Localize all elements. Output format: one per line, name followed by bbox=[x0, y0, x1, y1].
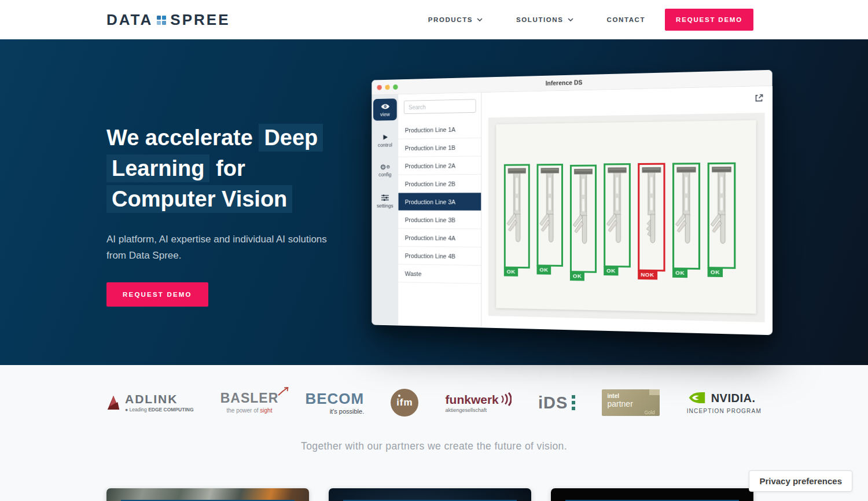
becom-tagline: it's possible. bbox=[330, 408, 365, 415]
intel-wordmark: intel bbox=[607, 393, 654, 399]
partner-logo-adlink: ADLINK ● Leading EDGE COMPUTING bbox=[106, 393, 194, 412]
nav-solutions-label: SOLUTIONS bbox=[516, 16, 564, 23]
nav-solutions[interactable]: SOLUTIONS bbox=[516, 16, 573, 23]
intel-gold-text: Gold bbox=[607, 410, 654, 415]
list-item[interactable]: Production Line 1B bbox=[399, 138, 481, 157]
status-badge: NOK bbox=[638, 270, 657, 280]
detection-bounding-box: OK bbox=[672, 163, 700, 270]
sliders-icon bbox=[381, 194, 389, 202]
adlink-tagline: ● Leading EDGE COMPUTING bbox=[125, 407, 194, 412]
ids-dots-icon bbox=[572, 395, 575, 410]
basler-wordmark: BASLER bbox=[220, 392, 279, 405]
adlink-wordmark: ADLINK bbox=[125, 393, 194, 405]
metal-part-image bbox=[572, 167, 595, 271]
list-item[interactable]: Production Line 1A bbox=[399, 120, 481, 139]
parts-photo: OK bbox=[496, 120, 756, 314]
privacy-preferences-button[interactable]: Privacy preferences bbox=[749, 470, 852, 492]
list-item[interactable]: Waste bbox=[399, 264, 481, 283]
card-image bbox=[551, 488, 753, 501]
rail-label: control bbox=[378, 142, 392, 148]
window-controls bbox=[377, 84, 398, 90]
search-input[interactable] bbox=[404, 99, 476, 114]
rail-item-settings[interactable]: settings bbox=[373, 190, 397, 212]
list-item[interactable]: Production Line 4A bbox=[399, 229, 481, 247]
eye-icon bbox=[380, 103, 389, 110]
rail-label: settings bbox=[377, 203, 393, 209]
adlink-tagline-bold: EDGE COMPUTING bbox=[148, 407, 193, 412]
chevron-down-icon bbox=[477, 18, 483, 21]
cards-section bbox=[0, 488, 868, 501]
production-line-nav: Production Line 1AProduction Line 1BProd… bbox=[399, 93, 482, 327]
status-badge: OK bbox=[604, 266, 619, 276]
detection-bounding-box: OK bbox=[604, 163, 631, 267]
basler-tagline: the power of sight bbox=[227, 407, 273, 414]
status-badge: OK bbox=[537, 265, 551, 274]
list-item[interactable]: Production Line 2A bbox=[399, 156, 481, 175]
rail-item-control[interactable]: control bbox=[373, 129, 397, 151]
basler-arrow-icon bbox=[277, 387, 289, 396]
title-segment: We accelerate bbox=[106, 126, 259, 150]
partner-logo-basler: BASLER the power of sight bbox=[220, 392, 279, 414]
list-item[interactable]: Production Line 3B bbox=[399, 211, 481, 229]
metal-part-image bbox=[538, 165, 561, 265]
list-item[interactable]: Production Line 2B bbox=[399, 175, 481, 193]
card-image bbox=[106, 488, 309, 501]
nav-contact[interactable]: CONTACT bbox=[607, 16, 646, 23]
gears-icon: ⚙⚙ bbox=[380, 164, 390, 170]
nav-contact-label: CONTACT bbox=[607, 16, 646, 23]
nav-products-label: PRODUCTS bbox=[428, 16, 473, 23]
basler-text: BASLER bbox=[220, 391, 279, 406]
inspection-panel: OK bbox=[488, 113, 765, 322]
status-badge: OK bbox=[672, 268, 687, 278]
rail-item-config[interactable]: ⚙⚙ config bbox=[373, 160, 397, 181]
inference-ds-window: Inference DS view control ⚙⚙ config bbox=[372, 70, 772, 336]
detection-bounding-box: OK bbox=[570, 165, 597, 273]
minimize-button[interactable] bbox=[385, 84, 389, 90]
list-item[interactable]: Production Line 4B bbox=[399, 246, 481, 266]
partner-logo-intel: intel partner Gold bbox=[602, 389, 660, 416]
adlink-tagline-prefix: Leading bbox=[130, 407, 149, 412]
main-nav: PRODUCTS SOLUTIONS CONTACT REQUEST DEMO bbox=[428, 9, 753, 31]
becom-wordmark: BECOM bbox=[305, 391, 364, 406]
ifm-wordmark: ifm bbox=[396, 397, 413, 408]
rail-label: config bbox=[378, 172, 391, 178]
adlink-triangle-icon bbox=[106, 395, 120, 411]
status-badge: OK bbox=[708, 267, 723, 277]
partner-logo-ids: iDS bbox=[538, 395, 575, 410]
request-demo-button-header[interactable]: REQUEST DEMO bbox=[665, 9, 753, 31]
basler-tagline-accent: sight bbox=[260, 407, 272, 414]
rail-item-view[interactable]: view bbox=[373, 98, 397, 120]
basler-tagline-prefix: the power of bbox=[227, 407, 260, 414]
window-title: Inference DS bbox=[546, 79, 583, 87]
request-demo-button-hero[interactable]: REQUEST DEMO bbox=[106, 282, 208, 307]
nvidia-eye-icon bbox=[687, 391, 707, 404]
ids-wordmark: iDS bbox=[538, 395, 568, 410]
logo-word-spree: SPREE bbox=[170, 11, 230, 29]
status-badge: OK bbox=[504, 267, 518, 277]
funkwerk-wordmark: funkwerk bbox=[446, 393, 499, 406]
metal-part-image bbox=[709, 164, 734, 267]
nav-products[interactable]: PRODUCTS bbox=[428, 16, 483, 23]
close-button[interactable] bbox=[377, 85, 382, 90]
card-industrial[interactable] bbox=[106, 488, 309, 501]
metal-part-image bbox=[605, 165, 629, 266]
card-camera[interactable] bbox=[551, 488, 753, 501]
partner-logo-row: ADLINK ● Leading EDGE COMPUTING BASLER t… bbox=[106, 385, 762, 421]
rail-label: view bbox=[380, 112, 390, 117]
data-spree-logo[interactable]: DATA SPREE bbox=[106, 11, 230, 29]
partner-logo-nvidia: NVIDIA. INCEPTION PROGRAM bbox=[687, 391, 762, 414]
card-factory[interactable] bbox=[329, 488, 531, 501]
status-badge: OK bbox=[570, 271, 584, 281]
card-image bbox=[329, 488, 531, 501]
app-icon-rail: view control ⚙⚙ config settings bbox=[372, 94, 398, 325]
partners-caption: Together with our partners we create the… bbox=[106, 440, 762, 452]
list-item[interactable]: Production Line 3A bbox=[399, 193, 481, 211]
funkwerk-waves-icon bbox=[500, 392, 512, 406]
funkwerk-tagline: aktiengesellschaft bbox=[446, 407, 512, 413]
metal-part-image bbox=[639, 165, 663, 270]
hero-text-block: We accelerate Deep Learning for Computer… bbox=[106, 123, 350, 307]
detection-bounding-box: NOK bbox=[638, 163, 665, 272]
external-link-icon[interactable] bbox=[754, 94, 763, 105]
nvidia-wordmark: NVIDIA. bbox=[711, 392, 756, 404]
maximize-button[interactable] bbox=[393, 84, 398, 90]
